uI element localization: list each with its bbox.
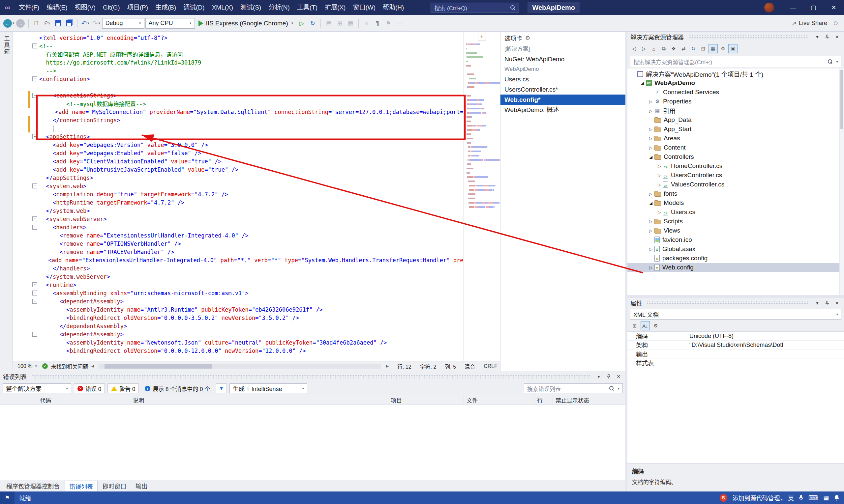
code-line[interactable]: <compilation debug="true" targetFramewor… [13,190,463,198]
code-line[interactable]: <!--mysql数据库连接配置--> [13,100,463,108]
find-in-files-button[interactable]: ≡ [362,18,372,29]
expand-toggle-icon[interactable]: ▷ [656,173,663,178]
tree-item[interactable]: ▷Scripts [627,217,844,226]
breakpoint-button[interactable]: ⊞ [334,18,345,29]
hot-reload-button[interactable]: ↻ [308,18,317,29]
code-line[interactable]: <assemblyIdentity name="Newtonsoft.Json"… [13,338,463,346]
tree-item[interactable]: ◢Controllers [627,152,844,161]
code-line[interactable]: − <system.webServer> [13,215,463,223]
editor-minimap[interactable]: + [463,32,500,361]
home-icon[interactable]: ⌂ [649,44,658,53]
touch-keyboard-icon[interactable]: ▦ [823,494,829,501]
tree-item[interactable]: ▷Views [627,226,844,235]
fold-toggle-icon[interactable]: − [32,224,37,230]
expand-toggle-icon[interactable]: ▷ [647,145,654,150]
close-button[interactable]: ✕ [824,0,844,15]
property-value-cell[interactable]: Unicode (UTF-8) [686,332,844,340]
panel-grip[interactable] [647,301,809,305]
code-line[interactable]: <httpRuntime targetFramework="4.7.2" /> [13,198,463,206]
code-line[interactable]: <bindingRedirect oldVersion="0.0.0.0-12.… [13,346,463,355]
tree-item[interactable]: ▷Web.config [627,263,844,272]
menu-item[interactable]: 分析(N) [265,0,293,15]
document-tab[interactable]: Web.config* [500,94,625,105]
error-search-input[interactable]: 搜索错误列表 ▾ [524,383,623,393]
collapse-all-icon[interactable]: ⊟ [699,44,708,53]
expand-toggle-icon[interactable]: ▷ [647,108,654,113]
notifications-bell-icon[interactable] [834,495,839,501]
document-tab[interactable]: UsersController.cs* [500,84,625,94]
property-value-cell[interactable]: "D:\Visual Studio\xml\Schemas\Dotl [686,341,844,349]
microphone-icon[interactable] [799,495,803,501]
code-line[interactable]: − <handlers> [13,223,463,231]
menu-item[interactable]: 调试(D) [180,0,208,15]
panel-grip[interactable] [688,35,809,39]
scroll-right-icon[interactable]: ▶ [386,364,389,368]
tree-item[interactable]: ▷App_Start [627,125,844,134]
menu-item[interactable]: 帮助(H) [379,0,408,15]
column-header[interactable]: 说明 [130,395,388,404]
document-tab[interactable]: WebApiDemo: 概述 [500,105,625,115]
bookmark-button[interactable]: ⚑ [383,18,393,29]
expand-toggle-icon[interactable]: ▷ [647,219,654,224]
panel-tab[interactable]: 程序包管理器控制台 [2,481,64,491]
column-header[interactable]: 代码 [37,395,130,404]
menu-item[interactable]: 编辑(E) [43,0,71,15]
menu-item[interactable]: 窗口(W) [349,0,379,15]
code-line[interactable]: --> [13,67,463,75]
expand-toggle-icon[interactable]: ▷ [647,192,654,196]
column-header[interactable]: 行 [534,395,553,404]
back-icon[interactable]: ◁ [630,44,639,53]
zoom-dropdown[interactable]: 100 %▾ [16,363,39,369]
column-header[interactable]: 项目 [388,395,464,404]
menu-item[interactable]: 扩展(X) [321,0,349,15]
code-line[interactable]: </dependentAssembly> [13,322,463,330]
pin-icon[interactable] [823,33,831,41]
categorized-icon[interactable]: ⊞ [630,321,639,330]
fold-toggle-icon[interactable]: − [32,76,37,82]
window-position-icon[interactable]: ▾ [595,373,603,380]
undo-button[interactable]: ↶▾ [81,18,90,29]
show-all-files-icon[interactable]: ▦ [708,44,718,53]
expand-toggle-icon[interactable]: ◢ [647,201,654,205]
code-line[interactable] [13,124,463,132]
expand-toggle-icon[interactable]: ▷ [656,164,663,169]
menu-item[interactable]: 文件(F) [15,0,43,15]
properties-icon[interactable]: ⚙ [718,44,728,53]
code-line[interactable]: − <connectionStrings> [13,91,463,100]
feedback-flag-icon[interactable]: ⚑ [0,491,15,504]
expand-toggle-icon[interactable]: ▷ [647,127,654,132]
save-button[interactable] [53,18,63,29]
code-line[interactable]: − <runtime> [13,281,463,289]
expand-toggle-icon[interactable]: ▷ [647,136,654,141]
horizontal-scrollbar[interactable] [99,364,381,368]
maximize-button[interactable]: ▢ [803,0,824,15]
property-value-cell[interactable] [686,349,844,358]
object-selector-dropdown[interactable]: XML 文档▾ [630,309,841,320]
fold-toggle-icon[interactable]: − [32,290,37,295]
quick-launch-search[interactable]: 搜索 (Ctrl+Q) [431,3,519,13]
build-button[interactable]: ▤ [324,18,334,29]
document-tab[interactable]: Users.cs [500,74,625,84]
tree-item[interactable]: 解决方案"WebApiDemo"(1 个项目/共 1 个) [627,69,844,78]
errors-filter-button[interactable]: ✕错误 0 [74,383,105,393]
scrollbar-thumb[interactable] [104,364,212,368]
save-all-button[interactable] [64,18,74,29]
tree-item[interactable]: ▷ValuesController.cs [627,180,844,189]
open-file-button[interactable]: 🗁 [42,18,52,29]
expand-toggle-icon[interactable]: ▷ [647,265,654,270]
error-list-body[interactable] [0,405,625,480]
solution-search-input[interactable]: 搜索解决方案资源管理器(Ctrl+;) ▾ [630,56,841,67]
code-line[interactable]: </connectionStrings> [13,116,463,124]
code-line[interactable]: </system.web> [13,206,463,215]
split-window-handle-icon[interactable]: + [478,33,486,41]
bookmark-prev-button[interactable]: ⚏ [394,18,404,29]
expand-toggle-icon[interactable]: ◢ [639,81,646,86]
start-without-debugging-button[interactable]: ▷ [297,18,307,29]
expand-toggle-icon[interactable]: ▷ [647,247,654,252]
tree-item[interactable]: ◢Models [627,198,844,208]
menu-item[interactable]: 工具(T) [293,0,321,15]
code-line[interactable]: <add key="webpages:Enabled" value="false… [13,149,463,157]
expand-toggle-icon[interactable]: ◢ [647,155,654,159]
keyboard-icon[interactable]: ⌨ [808,494,818,502]
solution-platform-dropdown[interactable]: Any CPU▾ [145,18,195,29]
